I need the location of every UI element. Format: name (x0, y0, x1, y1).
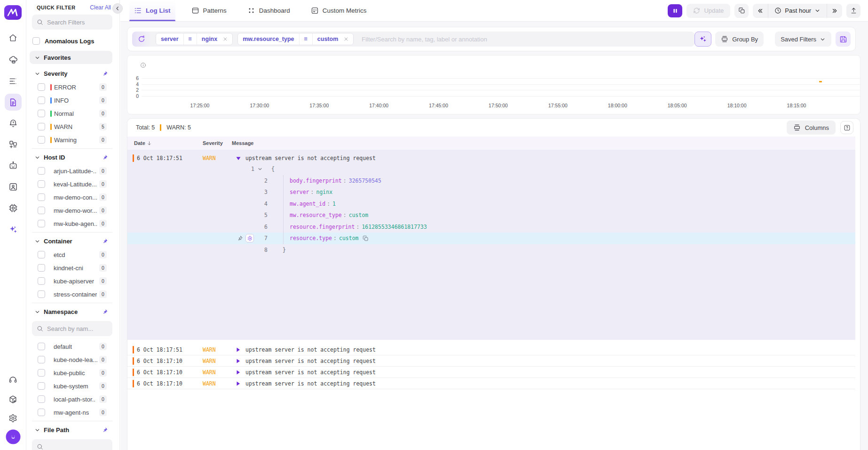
nav-bot[interactable] (5, 157, 22, 174)
json-attribute-line[interactable]: 5mw.resource_type:custom (127, 209, 855, 221)
filter-section-header-container[interactable]: Container (34, 236, 108, 246)
filter-item[interactable]: mw-demo-con...0 (26, 191, 119, 204)
json-attribute-line[interactable]: 3server:nginx (127, 186, 855, 198)
caret-right-icon[interactable] (236, 381, 240, 386)
json-value[interactable]: custom (349, 212, 369, 218)
chip-remove-icon[interactable] (222, 36, 232, 42)
time-shift-back-button[interactable] (753, 4, 768, 18)
save-filter-button[interactable] (836, 32, 851, 47)
filter-item-checkbox[interactable] (38, 96, 45, 104)
tab-custom-metrics[interactable]: Custom Metrics (306, 0, 371, 21)
filter-item-checkbox[interactable] (38, 395, 45, 403)
filter-item-checkbox[interactable] (38, 123, 45, 130)
copy-value-icon[interactable] (363, 235, 369, 241)
nav-integrations[interactable] (5, 391, 22, 408)
caret-down-icon[interactable] (236, 156, 241, 161)
group-by-button[interactable]: Group By (715, 32, 764, 47)
filter-item-checkbox[interactable] (38, 83, 45, 91)
filter-item-checkbox[interactable] (38, 136, 45, 144)
anomalous-logs-checkbox[interactable] (32, 37, 40, 45)
json-value[interactable]: 16128553346861817733 (362, 224, 426, 230)
filter-item[interactable]: Normal0 (26, 107, 119, 120)
filter-chip[interactable]: mw.resource_type=custom (237, 33, 354, 45)
caret-right-icon[interactable] (236, 359, 240, 363)
json-key[interactable]: resource.type (290, 235, 332, 241)
severity-column-header[interactable]: Severity (203, 140, 223, 146)
log-filter-input[interactable]: server=nginxmw.resource_type=custom Filt… (132, 32, 694, 47)
refresh-filters-button[interactable] (132, 32, 151, 47)
nav-rum[interactable] (5, 178, 22, 195)
log-volume-chart[interactable]: 642017:25:0017:30:0017:35:0017:40:0017:4… (127, 55, 860, 114)
log-row[interactable]: 6 Oct 18:17:51WARNupstream server is not… (127, 344, 855, 355)
json-value[interactable]: 3265750545 (349, 177, 381, 184)
saved-filters-dropdown[interactable]: Saved Filters (775, 32, 831, 47)
json-value[interactable]: custom (339, 235, 359, 241)
middleware-logo[interactable] (4, 5, 22, 20)
json-key[interactable]: resource.fingerprint (290, 224, 355, 230)
filter-item[interactable]: etcd0 (26, 248, 119, 261)
nav-agents[interactable] (5, 200, 22, 217)
time-range-dropdown[interactable]: Past hour (768, 4, 827, 18)
filter-item-checkbox[interactable] (38, 409, 45, 416)
filter-item[interactable]: kube-node-lea...0 (26, 353, 119, 366)
filter-search-input[interactable] (47, 19, 108, 26)
tab-patterns[interactable]: Patterns (187, 0, 231, 21)
pause-live-button[interactable] (668, 4, 682, 17)
favorites-section[interactable]: Favorites (30, 51, 112, 64)
filter-item-checkbox[interactable] (38, 207, 45, 214)
json-value[interactable]: nginx (316, 189, 332, 195)
clear-all-link[interactable]: Clear All (90, 4, 111, 11)
update-button[interactable]: Update (687, 4, 730, 18)
log-row[interactable]: 6 Oct 18:17:10WARNupstream server is not… (127, 367, 855, 378)
filter-item-checkbox[interactable] (38, 110, 45, 117)
nav-home[interactable] (5, 29, 22, 46)
filter-item-checkbox[interactable] (38, 193, 45, 201)
json-key[interactable]: mw.resource_type (290, 212, 342, 218)
section-search-input[interactable] (47, 443, 108, 450)
pin-icon[interactable] (102, 238, 108, 244)
message-column-header[interactable]: Message (232, 140, 253, 146)
copy-view-button[interactable] (734, 4, 749, 18)
log-row[interactable]: 6 Oct 18:17:10WARNupstream server is not… (127, 378, 855, 389)
filter-item[interactable]: mw-demo-wor...0 (26, 204, 119, 217)
section-search-input[interactable] (47, 325, 108, 332)
ai-filter-button[interactable] (694, 32, 711, 47)
pin-attribute-icon[interactable] (237, 235, 243, 241)
user-avatar[interactable] (6, 430, 20, 444)
filter-section-header-file-path[interactable]: File Path (34, 425, 108, 434)
log-row[interactable]: 6 Oct 18:17:10WARNupstream server is not… (127, 355, 855, 367)
help-button[interactable] (840, 121, 853, 134)
filter-item-checkbox[interactable] (38, 369, 45, 377)
tab-log-list[interactable]: Log List (129, 0, 175, 21)
filter-item[interactable]: local-path-stor..0 (26, 393, 119, 406)
nav-alerts[interactable] (5, 115, 22, 132)
filter-item[interactable]: arjun-Latitude-..0 (26, 164, 119, 177)
json-attribute-line[interactable]: 7resource.type:custom (127, 233, 855, 244)
filter-item-checkbox[interactable] (38, 277, 45, 285)
nav-support[interactable] (5, 371, 22, 388)
json-attribute-line[interactable]: 6resource.fingerprint:161285533468618177… (127, 221, 855, 233)
json-key[interactable]: server (290, 189, 309, 195)
filter-item[interactable]: kindnet-cni0 (26, 261, 119, 274)
json-key[interactable]: body.fingerprint (290, 177, 342, 184)
columns-button[interactable]: Columns (787, 121, 836, 135)
chip-remove-icon[interactable] (343, 36, 353, 42)
export-button[interactable] (846, 4, 860, 18)
nav-dashboard-builder[interactable] (5, 136, 22, 153)
filter-item-checkbox[interactable] (38, 382, 45, 390)
filter-section-header-namespace[interactable]: Namespace (34, 307, 108, 316)
nav-logs[interactable] (5, 94, 22, 111)
filter-item[interactable]: kube-system0 (26, 379, 119, 393)
filter-item-checkbox[interactable] (38, 264, 45, 272)
filter-item[interactable]: ERROR0 (26, 80, 119, 94)
caret-right-icon[interactable] (236, 347, 240, 352)
filter-item[interactable]: INFO0 (26, 94, 119, 107)
nav-ai[interactable] (5, 221, 22, 238)
pin-icon[interactable] (102, 154, 108, 161)
filter-item[interactable]: mw-agent-ns0 (26, 406, 119, 419)
collapse-json-icon[interactable] (258, 167, 262, 171)
nav-traces[interactable] (5, 72, 22, 89)
json-value[interactable]: 1 (332, 201, 336, 207)
filter-section-header-severity[interactable]: Severity (34, 69, 108, 78)
filter-item[interactable]: kube-apiserver0 (26, 274, 119, 288)
